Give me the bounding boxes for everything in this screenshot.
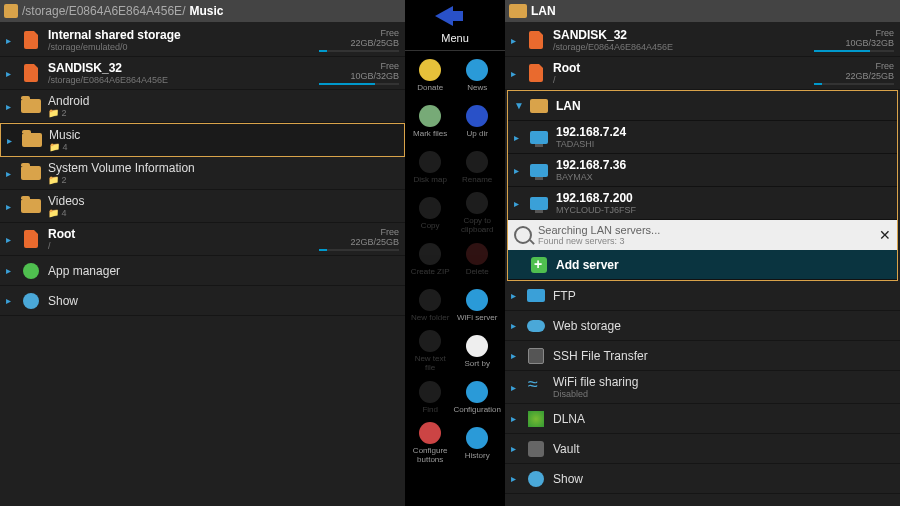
left-item-6-row[interactable]: ▸ Root/ Free22GB/25GB bbox=[0, 223, 405, 256]
right-storage-1-row[interactable]: ▸ Root/ Free22GB/25GB bbox=[505, 57, 900, 90]
tool-wifi-server[interactable]: WiFi server bbox=[453, 283, 501, 327]
path-current: Music bbox=[189, 4, 223, 18]
tool-icon bbox=[419, 422, 441, 444]
left-item-0-meta: Free22GB/25GB bbox=[319, 28, 399, 52]
left-item-4-row[interactable]: ▸ System Volume Information📁 2 bbox=[0, 157, 405, 190]
service-1-row[interactable]: ▸ Web storage bbox=[505, 311, 900, 341]
chevron-right-icon: ▸ bbox=[7, 135, 15, 146]
lan-host-row[interactable]: ▸ 192.168.7.200 MYCLOUD-TJ6FSF bbox=[508, 187, 897, 220]
tool-icon bbox=[466, 289, 488, 311]
left-pane: /storage/E0864A6E864A456E/Music ▸ Intern… bbox=[0, 0, 405, 506]
service-2-title: SSH File Transfer bbox=[553, 349, 894, 363]
back-arrow-icon bbox=[435, 6, 453, 26]
left-item-5-row[interactable]: ▸ Videos📁 4 bbox=[0, 190, 405, 223]
tool-new-folder: New folder bbox=[409, 283, 451, 327]
lan-host-name: TADASHI bbox=[556, 139, 891, 149]
right-path-bar[interactable]: LAN bbox=[505, 0, 900, 22]
chevron-right-icon: ▸ bbox=[6, 234, 14, 245]
lan-host-row[interactable]: ▸ 192.168.7.24 TADASHI bbox=[508, 121, 897, 154]
tool-icon bbox=[466, 335, 488, 357]
right-storage-1-title: Root bbox=[553, 61, 808, 75]
service-0-row[interactable]: ▸ FTP bbox=[505, 281, 900, 311]
tool-icon bbox=[466, 427, 488, 449]
tool-icon bbox=[419, 381, 441, 403]
lan-host-name: MYCLOUD-TJ6FSF bbox=[556, 205, 891, 215]
tool-label: History bbox=[465, 451, 490, 460]
tool-icon bbox=[419, 197, 441, 219]
tool-label: Up dir bbox=[467, 129, 488, 138]
chevron-right-icon: ▸ bbox=[6, 295, 14, 306]
tool-news[interactable]: News bbox=[453, 53, 501, 97]
service-2-row[interactable]: ▸ SSH File Transfer bbox=[505, 341, 900, 371]
chevron-right-icon: ▸ bbox=[6, 265, 14, 276]
tool-icon bbox=[419, 330, 441, 352]
right-storage-0-row[interactable]: ▸ SANDISK_32/storage/E0864A6E864A456E Fr… bbox=[505, 24, 900, 57]
left-item-8-row[interactable]: ▸ Show bbox=[0, 286, 405, 316]
search-status-line2: Found new servers: 3 bbox=[538, 236, 873, 246]
tool-icon bbox=[419, 59, 441, 81]
tool-icon bbox=[419, 105, 441, 127]
tool-find: Find bbox=[409, 375, 451, 419]
left-item-2-row[interactable]: ▸ Android📁 2 bbox=[0, 90, 405, 123]
right-storage-0-meta: Free10GB/32GB bbox=[814, 28, 894, 52]
tool-icon bbox=[419, 243, 441, 265]
dlna-icon bbox=[528, 411, 544, 427]
add-server-label: Add server bbox=[556, 258, 891, 272]
service-4-title: DLNA bbox=[553, 412, 894, 426]
lan-header-row[interactable]: ▼ LAN bbox=[508, 91, 897, 121]
chevron-right-icon: ▸ bbox=[514, 165, 522, 176]
tool-label: Delete bbox=[466, 267, 489, 276]
cloud-icon bbox=[527, 320, 545, 332]
left-item-6-meta: Free22GB/25GB bbox=[319, 227, 399, 251]
lan-host-ip: 192.168.7.36 bbox=[556, 158, 891, 172]
left-path-bar[interactable]: /storage/E0864A6E864A456E/Music bbox=[0, 0, 405, 22]
tool-sort-by[interactable]: Sort by bbox=[453, 329, 501, 373]
right-path-current: LAN bbox=[531, 4, 556, 18]
tool-grid: Donate News Mark files Up dir Disk map R… bbox=[407, 53, 503, 465]
service-5-row[interactable]: ▸ Vault bbox=[505, 434, 900, 464]
left-item-6-title: Root bbox=[48, 227, 313, 241]
left-item-7-row[interactable]: ▸ App manager bbox=[0, 256, 405, 286]
service-3-row[interactable]: ▸ WiFi file sharingDisabled bbox=[505, 371, 900, 404]
lan-group: ▼ LAN ▸ 192.168.7.24 TADASHI ▸ 192.168.7… bbox=[507, 90, 898, 281]
tool-mark-files[interactable]: Mark files bbox=[409, 99, 451, 143]
app-icon bbox=[23, 263, 39, 279]
chevron-down-icon: ▼ bbox=[514, 100, 522, 111]
chevron-right-icon: ▸ bbox=[514, 132, 522, 143]
chevron-right-icon: ▸ bbox=[511, 35, 519, 46]
chevron-right-icon: ▸ bbox=[6, 101, 14, 112]
chevron-right-icon: ▸ bbox=[511, 443, 519, 454]
service-4-row[interactable]: ▸ DLNA bbox=[505, 404, 900, 434]
left-item-1-row[interactable]: ▸ SANDISK_32/storage/E0864A6E864A456E Fr… bbox=[0, 57, 405, 90]
left-item-3-row[interactable]: ▸ Music📁 4 bbox=[0, 123, 405, 157]
tool-configure-buttons[interactable]: Configure buttons bbox=[409, 421, 451, 465]
chevron-right-icon: ▸ bbox=[511, 473, 519, 484]
lan-header-label: LAN bbox=[556, 99, 891, 113]
tool-history[interactable]: History bbox=[453, 421, 501, 465]
ftp-icon bbox=[527, 289, 545, 302]
tool-configuration[interactable]: Configuration bbox=[453, 375, 501, 419]
menu-label: Menu bbox=[441, 32, 469, 44]
folder-icon bbox=[21, 99, 41, 113]
tool-label: Donate bbox=[417, 83, 443, 92]
back-button[interactable] bbox=[435, 6, 475, 28]
right-storage-0-sub: /storage/E0864A6E864A456E bbox=[553, 42, 808, 52]
left-item-0-row[interactable]: ▸ Internal shared storage/storage/emulat… bbox=[0, 24, 405, 57]
tool-up-dir[interactable]: Up dir bbox=[453, 99, 501, 143]
center-toolbar: Menu Donate News Mark files Up dir Disk … bbox=[405, 0, 505, 506]
left-item-8-title: Show bbox=[48, 294, 399, 308]
lan-host-row[interactable]: ▸ 192.168.7.36 BAYMAX bbox=[508, 154, 897, 187]
chevron-right-icon: ▸ bbox=[511, 68, 519, 79]
right-storage-1-sub: / bbox=[553, 75, 808, 85]
close-icon[interactable]: ✕ bbox=[879, 227, 891, 243]
add-server-row[interactable]: Add server bbox=[508, 250, 897, 280]
tool-label: Create ZIP bbox=[411, 267, 450, 276]
lan-search-row: Searching LAN servers... Found new serve… bbox=[508, 220, 897, 250]
right-pane: LAN ▸ SANDISK_32/storage/E0864A6E864A456… bbox=[505, 0, 900, 506]
left-item-5-title: Videos bbox=[48, 194, 399, 208]
left-item-4-title: System Volume Information bbox=[48, 161, 399, 175]
tool-donate[interactable]: Donate bbox=[409, 53, 451, 97]
service-6-row[interactable]: ▸ Show bbox=[505, 464, 900, 494]
tool-icon bbox=[466, 243, 488, 265]
folder-icon bbox=[21, 166, 41, 180]
